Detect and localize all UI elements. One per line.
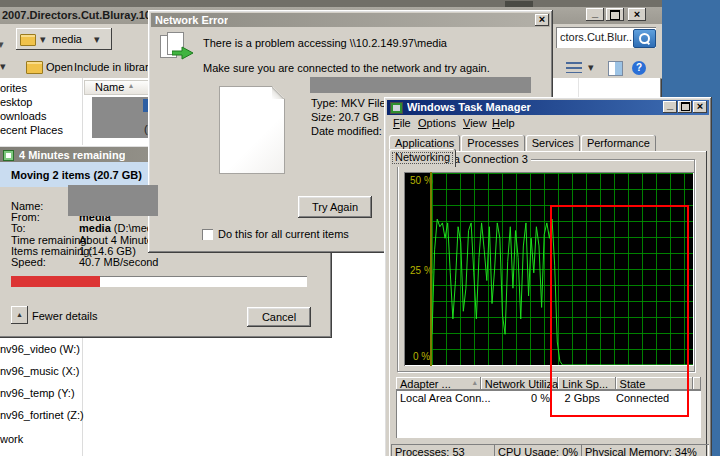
sidebar-item-network[interactable]: work — [0, 433, 23, 445]
minimize-button[interactable]: _ — [586, 8, 604, 21]
adapter-utilization-cell: 0 % — [482, 392, 550, 404]
network-error-close-button[interactable]: × — [535, 14, 549, 26]
task-manager-titlebar[interactable]: Windows Task Manager _ × — [387, 100, 709, 115]
task-manager-tabs: ApplicationsProcessesServicesPerformance… — [389, 135, 707, 152]
graph-label-0: 0 % — [413, 351, 430, 362]
open-button[interactable]: Open — [46, 61, 73, 73]
tab-services[interactable]: Services — [526, 135, 580, 151]
sidebar-item-drive-x[interactable]: nv96_music (X:) — [0, 365, 79, 377]
try-again-button[interactable]: Try Again — [298, 196, 372, 218]
menu-options[interactable]: Options — [418, 117, 456, 129]
sidebar-item-recent-places[interactable]: ecent Places — [0, 124, 63, 136]
address-folder-label[interactable]: media — [52, 33, 82, 45]
redacted-error-filename — [310, 77, 531, 93]
file-type-text: Type: MKV File — [311, 97, 386, 109]
copy-dialog-title: 4 Minutes remaining — [19, 149, 125, 161]
maximize-icon — [610, 10, 620, 20]
tm-close-button[interactable]: × — [693, 101, 707, 113]
titlebar-artifact-icons — [505, 1, 533, 7]
name-column-label: Name — [95, 81, 124, 93]
task-manager-menubar: File Options View Help — [390, 117, 706, 131]
apply-all-checkbox[interactable] — [202, 229, 213, 240]
row-value-to-bold: media — [79, 222, 111, 234]
fewer-details-label[interactable]: Fewer details — [32, 310, 97, 322]
file-thumbnail-icon — [219, 86, 285, 174]
sidebar-item-favorites[interactable]: orites — [0, 82, 27, 94]
chevron-down-icon[interactable]: ▾ — [94, 33, 100, 46]
sort-asc-icon: ▴ — [129, 81, 133, 90]
apply-all-checkbox-label[interactable]: Do this for all current items — [218, 228, 349, 240]
sidebar-item-drive-y[interactable]: nv96_temp (Y:) — [0, 387, 75, 399]
search-input[interactable]: ctors.Cut.Blur... — [556, 27, 656, 48]
copy-heading: Moving 2 items (20.7 GB) — [11, 169, 142, 181]
sidebar-item-drive-z[interactable]: nv96_fortinet (Z:) — [0, 409, 84, 421]
copy-file-icon — [160, 32, 198, 64]
sidebar-item-drive-w[interactable]: nv96_video (W:) — [0, 343, 80, 355]
folder-icon — [20, 34, 36, 46]
menu-help[interactable]: Help — [492, 117, 515, 129]
tab-processes[interactable]: Processes — [461, 135, 524, 151]
toolbar-fragment-caret[interactable]: ▾ — [0, 60, 6, 73]
network-error-message-2: Make sure you are connected to the netwo… — [203, 62, 490, 74]
search-text: ctors.Cut.Blur... — [560, 31, 632, 43]
sidebar-item-downloads[interactable]: ownloads — [0, 110, 46, 122]
help-icon[interactable]: ? — [632, 61, 646, 75]
content-column-divider — [578, 78, 579, 97]
back-button-fragment[interactable]: ▾ — [0, 38, 4, 51]
network-error-title: Network Error — [155, 14, 228, 26]
col-adapter[interactable]: Adapter ... ▴ — [396, 377, 481, 390]
fewer-details-button[interactable]: ▲ — [11, 306, 28, 324]
file-size-text: Size: 20.7 GB — [311, 111, 379, 123]
include-in-library-button[interactable]: Include in library — [74, 61, 154, 73]
row-label-to: To: — [11, 222, 26, 234]
tm-maximize-button[interactable] — [678, 101, 692, 113]
network-error-titlebar[interactable]: Network Error × — [151, 13, 550, 27]
chevron-down-icon[interactable]: ▾ — [40, 33, 46, 46]
progress-bar — [11, 276, 307, 287]
annotation-rectangle — [550, 205, 689, 417]
explorer-window-title: 2007.Directors.Cut.Bluray.1080p — [2, 9, 170, 21]
copy-dialog-icon — [3, 150, 14, 161]
menu-view[interactable]: View — [463, 117, 487, 129]
search-icon-handle — [646, 41, 650, 45]
maximize-button[interactable] — [606, 8, 624, 21]
row-value-speed: 40.7 MB/second — [79, 256, 159, 268]
menu-file[interactable]: File — [393, 117, 411, 129]
desktop: 2007.Directors.Cut.Bluray.1080p _ × ▾ ▾ … — [0, 0, 720, 456]
statusbar-processes: Processes: 53 — [391, 444, 495, 456]
tm-maximize-icon — [681, 102, 690, 111]
cancel-button[interactable]: Cancel — [247, 307, 311, 327]
open-folder-icon — [26, 61, 43, 74]
redacted-filename — [92, 97, 148, 138]
tm-minimize-button[interactable]: _ — [663, 101, 677, 113]
search-button[interactable] — [633, 29, 656, 48]
preview-pane-icon[interactable] — [608, 61, 623, 76]
progress-fill — [11, 276, 100, 287]
statusbar-cpu: CPU Usage: 0% — [494, 444, 582, 456]
statusbar-memory: Physical Memory: 34% — [581, 444, 709, 456]
col-filler — [693, 377, 701, 390]
file-modified-text: Date modified: — [311, 125, 382, 137]
name-column-header[interactable]: Name ▴ — [84, 80, 142, 95]
network-error-message-1: There is a problem accessing \\10.2.149.… — [203, 37, 447, 49]
col-network-utilization[interactable]: Network Utiliza... — [481, 377, 558, 390]
redacted-copy-source — [68, 185, 158, 216]
row-label-speed: Speed: — [11, 256, 46, 268]
adapter-name-cell[interactable]: Local Area Conn... — [400, 392, 492, 404]
address-breadcrumb[interactable]: ▾ media ▾ — [16, 28, 112, 50]
green-arrow-icon — [172, 46, 194, 60]
view-list-icon[interactable] — [566, 62, 582, 73]
sidebar-item-desktop[interactable]: esktop — [0, 96, 32, 108]
tab-networking[interactable]: Networking — [389, 149, 456, 167]
tab-performance[interactable]: Performance — [581, 135, 656, 151]
task-manager-title: Windows Task Manager — [407, 101, 531, 113]
close-button[interactable]: × — [628, 8, 646, 21]
view-caret-icon[interactable]: ▾ — [588, 61, 594, 74]
sort-asc-icon: ▴ — [473, 378, 477, 387]
task-manager-icon — [390, 102, 403, 114]
